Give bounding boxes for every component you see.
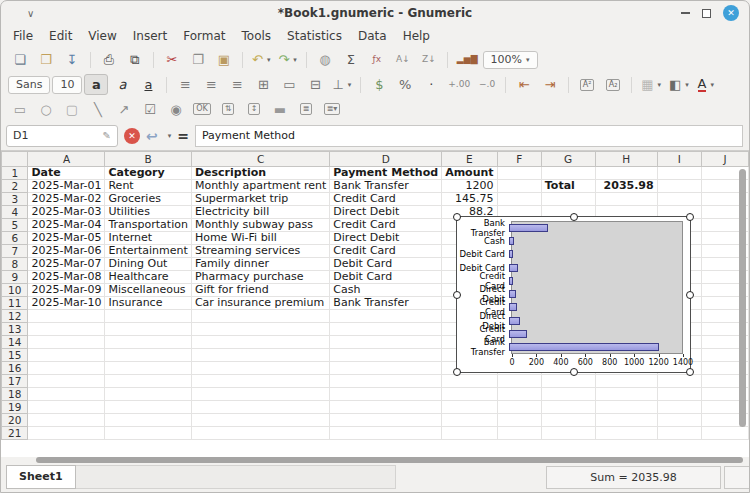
- insert-list-button[interactable]: ≣: [294, 99, 318, 120]
- format-thousands-button[interactable]: ·: [419, 74, 443, 95]
- menu-help[interactable]: Help: [395, 27, 438, 45]
- row-header-11[interactable]: 11: [2, 297, 28, 310]
- cell-C9[interactable]: Pharmacy purchase: [191, 271, 329, 284]
- cell-F20[interactable]: [497, 414, 541, 427]
- row-header-12[interactable]: 12: [2, 310, 28, 323]
- row-header-20[interactable]: 20: [2, 414, 28, 427]
- borders-dropdown-icon[interactable]: ▾: [657, 81, 661, 89]
- draw-line-button[interactable]: ╲: [86, 99, 110, 120]
- chart-handle-n[interactable]: [570, 213, 578, 221]
- menu-view[interactable]: View: [80, 27, 124, 45]
- redo-dropdown-icon[interactable]: ▾: [293, 56, 297, 64]
- insert-slider-button[interactable]: ▬: [268, 99, 292, 120]
- cell-I1[interactable]: [657, 167, 701, 180]
- insert-scrollbar-button[interactable]: ⇅: [216, 99, 240, 120]
- split-merged-cells-button[interactable]: ⊟: [303, 74, 327, 95]
- cell-E20[interactable]: [442, 414, 497, 427]
- insert-checkbox-button[interactable]: ☑: [138, 99, 162, 120]
- formula-content-field[interactable]: Payment Method: [195, 125, 743, 147]
- cell-B18[interactable]: [105, 388, 191, 401]
- chart-handle-se[interactable]: [686, 368, 694, 376]
- cell-D2[interactable]: Bank Transfer: [330, 180, 442, 193]
- sort-ascending-button[interactable]: A↓: [391, 49, 415, 70]
- cut-button[interactable]: ✂: [160, 49, 184, 70]
- row-header-18[interactable]: 18: [2, 388, 28, 401]
- horizontal-scrollbar[interactable]: [1, 457, 749, 464]
- align-left-button[interactable]: ≡: [173, 74, 197, 95]
- horizontal-scrollbar-thumb[interactable]: [36, 457, 743, 463]
- cell-G20[interactable]: [541, 414, 595, 427]
- cell-B16[interactable]: [105, 362, 191, 375]
- insert-button-button[interactable]: OK: [190, 99, 214, 120]
- cell-B8[interactable]: Dining Out: [105, 258, 191, 271]
- sheet-tab[interactable]: Sheet1: [6, 465, 76, 489]
- cell-D16[interactable]: [330, 362, 442, 375]
- cell-A4[interactable]: 2025-Mar-03: [28, 206, 105, 219]
- cell-B20[interactable]: [105, 414, 191, 427]
- row-header-14[interactable]: 14: [2, 336, 28, 349]
- cell-D15[interactable]: [330, 349, 442, 362]
- zoom-level-field[interactable]: 100%▾: [483, 51, 538, 69]
- menu-insert[interactable]: Insert: [125, 27, 175, 45]
- maximize-icon[interactable]: [702, 9, 711, 18]
- cell-C8[interactable]: Family dinner: [191, 258, 329, 271]
- increase-indent-button[interactable]: ⇥: [538, 74, 562, 95]
- copy-button[interactable]: ❐: [186, 49, 210, 70]
- row-header-3[interactable]: 3: [2, 193, 28, 206]
- cell-H2[interactable]: 2035.98: [595, 180, 657, 193]
- menu-format[interactable]: Format: [175, 27, 233, 45]
- insert-radio-button-button[interactable]: ◉: [164, 99, 188, 120]
- font-color-button[interactable]: A▾: [694, 74, 718, 95]
- cell-D4[interactable]: Direct Debit: [330, 206, 442, 219]
- subscript-button[interactable]: A₂: [601, 74, 625, 95]
- cell-B1[interactable]: Category: [105, 167, 191, 180]
- accept-edit-icon[interactable]: ↩: [146, 128, 158, 144]
- cell-C5[interactable]: Monthly subway pass: [191, 219, 329, 232]
- cell-D12[interactable]: [330, 310, 442, 323]
- decrease-indent-button[interactable]: ⇤: [512, 74, 536, 95]
- cell-B15[interactable]: [105, 349, 191, 362]
- save-button[interactable]: ↧: [60, 49, 84, 70]
- menu-data[interactable]: Data: [350, 27, 395, 45]
- insert-combobox-button[interactable]: ≣▾: [320, 99, 344, 120]
- cell-A8[interactable]: 2025-Mar-07: [28, 258, 105, 271]
- cell-A15[interactable]: [28, 349, 105, 362]
- cell-D21[interactable]: [330, 427, 442, 440]
- row-header-17[interactable]: 17: [2, 375, 28, 388]
- cell-C20[interactable]: [191, 414, 329, 427]
- chart-object[interactable]: Bank TransferCashDebit CardDebit CardCre…: [456, 216, 691, 373]
- cell-D19[interactable]: [330, 401, 442, 414]
- zoom-level-dropdown-icon[interactable]: ▾: [526, 56, 530, 64]
- column-header-J[interactable]: J: [701, 152, 748, 167]
- cell-D7[interactable]: Credit Card: [330, 245, 442, 258]
- cell-B12[interactable]: [105, 310, 191, 323]
- cell-C14[interactable]: [191, 336, 329, 349]
- column-header-E[interactable]: E: [442, 152, 497, 167]
- menu-tools[interactable]: Tools: [234, 27, 280, 45]
- draw-ellipse-button[interactable]: ○: [34, 99, 58, 120]
- cell-B5[interactable]: Transportation: [105, 219, 191, 232]
- row-header-16[interactable]: 16: [2, 362, 28, 375]
- column-header-B[interactable]: B: [105, 152, 191, 167]
- menu-file[interactable]: File: [5, 27, 41, 45]
- open-file-button[interactable]: ❒: [34, 49, 58, 70]
- paste-button[interactable]: ▣: [212, 49, 236, 70]
- cell-B21[interactable]: [105, 427, 191, 440]
- cell-A6[interactable]: 2025-Mar-05: [28, 232, 105, 245]
- cell-A7[interactable]: 2025-Mar-06: [28, 245, 105, 258]
- chart-handle-ne[interactable]: [686, 213, 694, 221]
- background-color-button[interactable]: ◧▾: [666, 74, 692, 95]
- cell-A14[interactable]: [28, 336, 105, 349]
- cell-C17[interactable]: [191, 375, 329, 388]
- sort-descending-button[interactable]: Z↓: [417, 49, 441, 70]
- window-menu-chevron-icon[interactable]: ∨: [27, 8, 34, 19]
- cell-A21[interactable]: [28, 427, 105, 440]
- cell-C16[interactable]: [191, 362, 329, 375]
- cell-D20[interactable]: [330, 414, 442, 427]
- row-header-19[interactable]: 19: [2, 401, 28, 414]
- cell-I20[interactable]: [657, 414, 701, 427]
- cell-A16[interactable]: [28, 362, 105, 375]
- cell-G19[interactable]: [541, 401, 595, 414]
- align-right-button[interactable]: ≡: [225, 74, 249, 95]
- cell-B9[interactable]: Healthcare: [105, 271, 191, 284]
